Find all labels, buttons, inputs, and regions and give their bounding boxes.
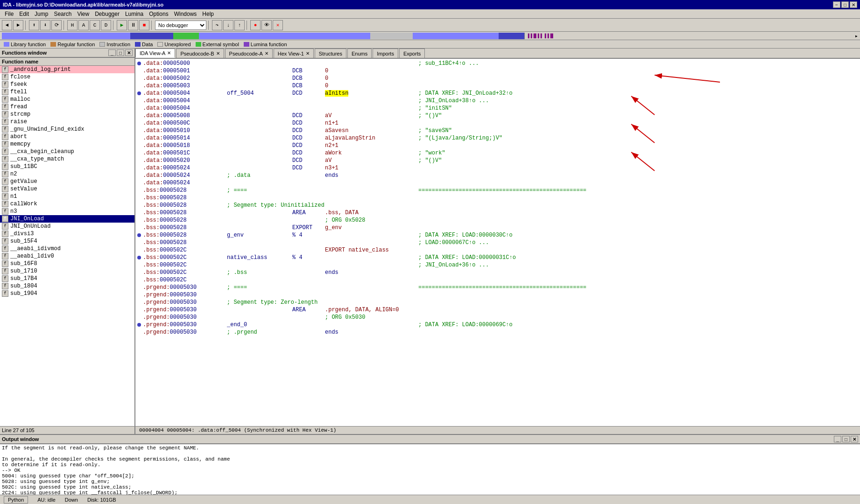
function-list[interactable]: f_android_log_printffcloseffseekfftellfm… bbox=[0, 66, 134, 426]
func-item[interactable]: fn3 bbox=[0, 208, 134, 215]
output-controls[interactable]: _ □ ✕ bbox=[834, 436, 858, 442]
output-restore-btn[interactable]: □ bbox=[842, 436, 850, 442]
func-item[interactable]: f_divsi3 bbox=[0, 230, 134, 238]
func-item[interactable]: fsub_15F4 bbox=[0, 238, 134, 245]
table-row[interactable]: .prgend:00005030; Segment type: Zero-len… bbox=[135, 299, 860, 306]
toolbar-asm[interactable]: A bbox=[78, 20, 89, 30]
func-item[interactable]: f__aeabi_idivmod bbox=[0, 245, 134, 252]
toolbar-x[interactable]: ✕ bbox=[273, 20, 283, 30]
func-item[interactable]: fJNI_OnLoad bbox=[0, 215, 134, 223]
func-item[interactable]: fsub_1804 bbox=[0, 282, 134, 290]
table-row[interactable]: .bss:0000502CEXPORT native_class bbox=[135, 246, 860, 254]
table-row[interactable]: .prgend:00005030; ORG 0x5030 bbox=[135, 314, 860, 321]
table-row[interactable]: .data:00005010DCDaSavesn; "saveSN" bbox=[135, 127, 860, 134]
table-row[interactable]: .data:00005024 bbox=[135, 179, 860, 187]
tab-exports[interactable]: Exports bbox=[399, 49, 425, 58]
func-item[interactable]: f__cxa_type_match bbox=[0, 155, 134, 163]
toolbar-data[interactable]: D bbox=[101, 20, 111, 30]
table-row[interactable]: .bss:0000502Cnative_class% 4; DATA XREF:… bbox=[135, 254, 860, 261]
toolbar-back[interactable]: ◄ bbox=[2, 20, 12, 30]
func-item[interactable]: fJNI_OnUnLoad bbox=[0, 223, 134, 230]
menu-item-file[interactable]: File bbox=[2, 10, 16, 18]
toolbar-btn-3[interactable]: ⟳ bbox=[51, 20, 62, 30]
maximize-button[interactable]: □ bbox=[841, 1, 849, 8]
func-item[interactable]: fsub_11BC bbox=[0, 163, 134, 170]
table-row[interactable]: .bss:0000502C; JNI_OnLoad+36↑o ... bbox=[135, 261, 860, 269]
tab-structures[interactable]: Structures bbox=[315, 49, 346, 58]
func-item[interactable]: fraise bbox=[0, 118, 134, 126]
table-row[interactable]: .data:00005001DCB0 bbox=[135, 67, 860, 75]
toolbar-watch[interactable]: 👁 bbox=[261, 20, 272, 30]
toolbar-step-over[interactable]: ↷ bbox=[212, 20, 222, 30]
table-row[interactable]: .prgend:00005030_end_0; DATA XREF: LOAD:… bbox=[135, 321, 860, 329]
table-row[interactable]: .prgend:00005030; ======================… bbox=[135, 284, 860, 291]
tab-enums[interactable]: Enums bbox=[347, 49, 372, 58]
toolbar-step-out[interactable]: ↑ bbox=[234, 20, 245, 30]
output-close-btn[interactable]: ✕ bbox=[851, 436, 858, 442]
table-row[interactable]: .bss:0000502C bbox=[135, 276, 860, 284]
func-item[interactable]: fftell bbox=[0, 88, 134, 96]
func-item[interactable]: f_android_log_print bbox=[0, 66, 134, 73]
code-view[interactable]: .data:00005000; sub_11BC+4↑o ....data:00… bbox=[135, 59, 860, 426]
functions-header-icons[interactable]: _ □ ✕ bbox=[108, 49, 133, 56]
table-row[interactable]: .bss:00005028; =========================… bbox=[135, 187, 860, 194]
func-item[interactable]: ffclose bbox=[0, 73, 134, 81]
menu-item-view[interactable]: View bbox=[74, 10, 92, 18]
table-row[interactable]: .data:00005014DCDaLjavaLangStrin; "(Ljav… bbox=[135, 134, 860, 142]
tab-close-btn[interactable]: ✕ bbox=[306, 51, 310, 56]
tab-close-btn[interactable]: ✕ bbox=[265, 51, 268, 56]
table-row[interactable]: .bss:00005028EXPORTg_env bbox=[135, 224, 860, 231]
table-row[interactable]: .prgend:00005030 bbox=[135, 291, 860, 299]
func-item[interactable]: fcallWork bbox=[0, 200, 134, 208]
toolbar-step-into[interactable]: ↓ bbox=[223, 20, 233, 30]
table-row[interactable]: .data:0000500CDCDn1+1 bbox=[135, 119, 860, 127]
table-row[interactable]: .data:00005003DCB0 bbox=[135, 82, 860, 90]
func-item[interactable]: f__cxa_begin_cleanup bbox=[0, 148, 134, 155]
tab-close-btn[interactable]: ✕ bbox=[216, 51, 220, 56]
func-item[interactable]: ffread bbox=[0, 103, 134, 111]
table-row[interactable]: .data:00005004; JNI_OnLoad+38↑o ... bbox=[135, 97, 860, 105]
window-controls[interactable]: − □ ✕ bbox=[833, 1, 857, 8]
func-item[interactable]: f_gnu_Unwind_Find_exidx bbox=[0, 126, 134, 133]
toolbar-forward[interactable]: ► bbox=[13, 20, 23, 30]
func-item[interactable]: fstrcmp bbox=[0, 111, 134, 118]
menu-item-options[interactable]: Options bbox=[146, 10, 171, 18]
minimize-button[interactable]: − bbox=[833, 1, 840, 8]
table-row[interactable]: .data:00005004; "initSN" bbox=[135, 105, 860, 112]
table-row[interactable]: .data:0000501CDCDaWork; "work" bbox=[135, 149, 860, 157]
tab-imports[interactable]: Imports bbox=[373, 49, 398, 58]
table-row[interactable]: .data:00005024; .dataends bbox=[135, 172, 860, 179]
table-row[interactable]: .bss:00005028; Segment type: Uninitializ… bbox=[135, 202, 860, 209]
menu-item-debugger[interactable]: Debugger bbox=[92, 10, 122, 18]
menu-item-windows[interactable]: Windows bbox=[171, 10, 200, 18]
func-item[interactable]: fn2 bbox=[0, 170, 134, 178]
table-row[interactable]: .data:00005000; sub_11BC+4↑o ... bbox=[135, 60, 860, 67]
func-item[interactable]: ffseek bbox=[0, 81, 134, 88]
output-minimize-btn[interactable]: _ bbox=[834, 436, 841, 442]
tab-pseudocode-a[interactable]: Pseudocode-A✕ bbox=[225, 49, 273, 58]
tab-ida-view-a[interactable]: IDA View-A✕ bbox=[135, 49, 175, 58]
toolbar-pause[interactable]: ⏸ bbox=[128, 20, 138, 30]
table-row[interactable]: .data:00005008DCDaV; "()V" bbox=[135, 112, 860, 119]
table-row[interactable]: .data:00005004off_5004DCDaInitsn; DATA X… bbox=[135, 90, 860, 97]
func-item[interactable]: fn1 bbox=[0, 193, 134, 200]
func-item[interactable]: fsub_16F8 bbox=[0, 260, 134, 267]
functions-minimize-btn[interactable]: _ bbox=[108, 49, 116, 56]
func-item[interactable]: fsetValue bbox=[0, 185, 134, 193]
table-row[interactable]: .bss:00005028; LOAD:0000067C↑o ... bbox=[135, 239, 860, 246]
table-row[interactable]: .bss:00005028AREA.bss, DATA bbox=[135, 209, 860, 217]
menu-item-jump[interactable]: Jump bbox=[32, 10, 51, 18]
table-row[interactable]: .bss:00005028 bbox=[135, 194, 860, 202]
functions-close-btn[interactable]: ✕ bbox=[125, 49, 133, 56]
table-row[interactable]: .prgend:00005030AREA.prgend, DATA, ALIGN… bbox=[135, 306, 860, 314]
functions-restore-btn[interactable]: □ bbox=[117, 49, 124, 56]
menu-item-lumina[interactable]: Lumina bbox=[122, 10, 146, 18]
func-item[interactable]: fmemcpy bbox=[0, 140, 134, 148]
debugger-select[interactable]: No debugger bbox=[155, 21, 206, 30]
func-item[interactable]: f__aeabi_ldiv0 bbox=[0, 252, 134, 260]
close-button[interactable]: ✕ bbox=[850, 1, 857, 8]
table-row[interactable]: .bss:00005028g_env% 4; DATA XREF: LOAD:0… bbox=[135, 231, 860, 239]
toolbar-hex[interactable]: H bbox=[67, 20, 78, 30]
toolbar-btn-1[interactable]: ⬆ bbox=[29, 20, 39, 30]
menu-item-search[interactable]: Search bbox=[51, 10, 74, 18]
